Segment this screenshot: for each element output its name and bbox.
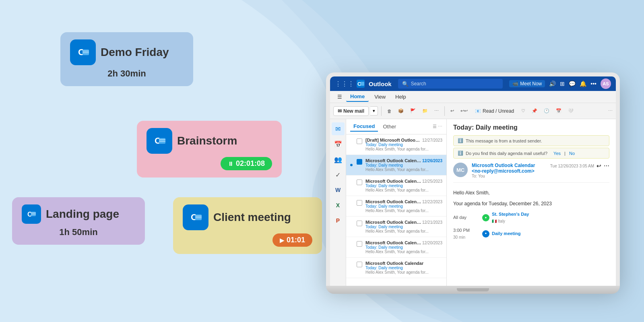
email-item-5[interactable]: Microsoft Outlook Calendar 12/21/2023 To… bbox=[346, 217, 446, 237]
info-icon: ℹ️ bbox=[458, 138, 463, 143]
user-avatar[interactable]: AS bbox=[601, 78, 611, 89]
read-unread-button[interactable]: 📧 Read / Unread bbox=[472, 107, 517, 116]
email-pane-title: Today: Daily meeting bbox=[453, 124, 609, 131]
menu-tab-help[interactable]: Help bbox=[391, 92, 410, 101]
sidebar-mail-icon[interactable]: ✉ bbox=[332, 122, 345, 135]
landing-page-subtitle: 1h 50min bbox=[22, 227, 135, 237]
new-mail-button[interactable]: ✉ New mail bbox=[333, 106, 369, 116]
email-subject-3: Today: Daily meeting bbox=[365, 184, 442, 188]
pin-button[interactable]: 📌 bbox=[529, 107, 540, 115]
move-button[interactable]: 📁 bbox=[420, 107, 430, 115]
email-subject-2: Today: Daily meeting bbox=[365, 163, 442, 167]
email-subject-5: Today: Daily meeting bbox=[365, 225, 442, 229]
hamburger-menu[interactable]: ☰ bbox=[335, 93, 345, 101]
menu-tab-home[interactable]: Home bbox=[346, 92, 369, 102]
email-item-3[interactable]: Microsoft Outlook Calendar 12/25/2023 To… bbox=[346, 175, 446, 196]
like-button[interactable]: ♡ bbox=[519, 107, 528, 115]
sender-to: To: You bbox=[472, 174, 546, 178]
brainstorm-timer: ⏸ 02:01:08 bbox=[221, 157, 272, 170]
reply-all-button[interactable]: ↩↩ bbox=[458, 107, 470, 115]
tab-other[interactable]: Other bbox=[380, 122, 399, 131]
search-placeholder: Search bbox=[411, 81, 426, 87]
delete-button[interactable]: 🗑 bbox=[385, 107, 394, 115]
outlook-icon-demo: O bbox=[70, 39, 96, 65]
meet-now-button[interactable]: 📹 Meet Now bbox=[509, 80, 545, 87]
more-options-icon[interactable]: ⋯ bbox=[604, 163, 609, 169]
sidebar-people-icon[interactable]: 👥 bbox=[332, 153, 345, 166]
email-date-5: 12/21/2023 bbox=[422, 220, 442, 225]
demo-friday-title: Demo Friday bbox=[101, 46, 169, 59]
event-name-2[interactable]: Daily meeting bbox=[492, 230, 521, 237]
email-date-1: 12/27/2023 bbox=[422, 138, 442, 142]
no-link[interactable]: No bbox=[569, 151, 575, 156]
event-dot-1: ● bbox=[482, 214, 489, 221]
outlook-icon-brainstorm: O bbox=[147, 128, 172, 154]
svg-rect-12 bbox=[31, 212, 36, 216]
event-name-1[interactable]: St. Stephen's Day bbox=[492, 211, 529, 218]
sidebar-calendar-icon[interactable]: 📅 bbox=[332, 138, 345, 151]
trusted-sender-banner: ℹ️ This message is from a trusted sender… bbox=[453, 135, 609, 146]
sidebar-word-icon[interactable]: W bbox=[332, 184, 345, 196]
useful-question-text: Do you find this daily agenda mail usefu… bbox=[466, 151, 547, 156]
email-item-6[interactable]: Microsoft Outlook Calendar 12/20/2023 To… bbox=[346, 237, 446, 258]
outlook-menubar: ☰ Home View Help bbox=[330, 91, 616, 103]
titlebar-actions: 📹 Meet Now 🔊 ⊞ 💬 🔔 ••• AS bbox=[509, 78, 611, 89]
more-button[interactable]: ⋯ bbox=[432, 107, 441, 115]
agenda-event-2: ● Daily meeting bbox=[482, 230, 521, 237]
reply-icon-small[interactable]: ↩ bbox=[597, 163, 601, 169]
email-item-7[interactable]: Microsoft Outlook Calendar Today: Daily … bbox=[346, 258, 446, 278]
email-item-1[interactable]: [Draft] Microsoft Outlook Calendar 12/27… bbox=[346, 134, 446, 155]
search-icon: 🔍 bbox=[402, 81, 409, 87]
email-received-date: Tue 12/26/2023 3:05 AM bbox=[550, 164, 594, 168]
agenda-event-1: ● St. Stephen's Day 🇮🇹 Italy bbox=[482, 211, 529, 225]
email-sender-3: Microsoft Outlook Calendar bbox=[365, 179, 422, 184]
svg-rect-17 bbox=[195, 215, 202, 220]
event-location-1: 🇮🇹 Italy bbox=[492, 218, 529, 225]
email-subject-7: Today: Daily meeting bbox=[365, 266, 442, 270]
calendar-button[interactable]: 📅 bbox=[553, 107, 564, 115]
menu-tab-view[interactable]: View bbox=[370, 92, 390, 101]
email-checkbox-5[interactable] bbox=[357, 221, 362, 226]
email-greeting: Hello Alex Smith, bbox=[453, 189, 609, 197]
archive-button[interactable]: 📦 bbox=[396, 107, 406, 115]
sender-info: Microsoft Outlook Calendar <no-reply@mic… bbox=[472, 163, 546, 178]
email-checkbox-7[interactable] bbox=[357, 262, 362, 267]
app-name: Outlook bbox=[369, 80, 392, 87]
email-sender-4: Microsoft Outlook Calendar bbox=[365, 199, 422, 204]
email-checkbox-6[interactable] bbox=[357, 241, 362, 247]
email-subject-6: Today: Daily meeting bbox=[365, 245, 442, 250]
agenda-row-1: All day ● St. Stephen's Day 🇮🇹 Italy bbox=[453, 211, 609, 225]
svg-rect-2 bbox=[83, 50, 89, 55]
grid-icon: ⊞ bbox=[560, 80, 565, 87]
sidebar-check-icon[interactable]: ✓ bbox=[332, 168, 345, 181]
heart-button[interactable]: 🤍 bbox=[566, 107, 576, 115]
filter-icon[interactable]: ☰ ⋯ bbox=[433, 124, 442, 129]
clock-button[interactable]: 🕐 bbox=[541, 107, 552, 115]
email-item-2[interactable]: Microsoft Outlook Calendar 12/26/2023 To… bbox=[346, 155, 446, 175]
search-bar[interactable]: 🔍 Search bbox=[398, 79, 503, 89]
brainstorm-title: Brainstorm bbox=[177, 134, 237, 147]
reply-button[interactable]: ↩ bbox=[448, 107, 456, 115]
email-checkbox-1[interactable] bbox=[357, 138, 362, 144]
yes-link[interactable]: Yes bbox=[553, 151, 561, 156]
outlook-sidebar: ✉ 📅 👥 ✓ W X P bbox=[330, 119, 346, 286]
svg-rect-22 bbox=[361, 82, 364, 86]
tab-focused[interactable]: Focused bbox=[350, 122, 378, 132]
email-checkbox-4[interactable] bbox=[357, 200, 362, 206]
new-mail-dropdown[interactable]: ▾ bbox=[370, 106, 378, 116]
ribbon-expand[interactable]: ⋯ bbox=[608, 108, 613, 114]
email-item-4[interactable]: Microsoft Outlook Calendar 12/22/2023 To… bbox=[346, 196, 446, 217]
email-date-6: 12/20/2023 bbox=[422, 241, 442, 245]
agenda-time-1: All day bbox=[453, 214, 477, 221]
email-checkbox-3[interactable] bbox=[357, 180, 362, 185]
outlook-icon-landing: O bbox=[22, 204, 41, 224]
flag-button[interactable]: 🚩 bbox=[408, 107, 418, 115]
chat-icon: 💬 bbox=[569, 80, 576, 87]
email-preview-1: Hello Alex Smith, Your agenda for... bbox=[365, 147, 442, 151]
laptop-notch bbox=[457, 288, 489, 291]
more-icon: ••• bbox=[590, 80, 597, 87]
sender-name: Microsoft Outlook Calendar <no-reply@mic… bbox=[472, 163, 546, 174]
sidebar-ppt-icon[interactable]: P bbox=[332, 214, 345, 227]
sidebar-excel-icon[interactable]: X bbox=[332, 199, 345, 212]
email-checkbox-2[interactable] bbox=[357, 159, 362, 165]
